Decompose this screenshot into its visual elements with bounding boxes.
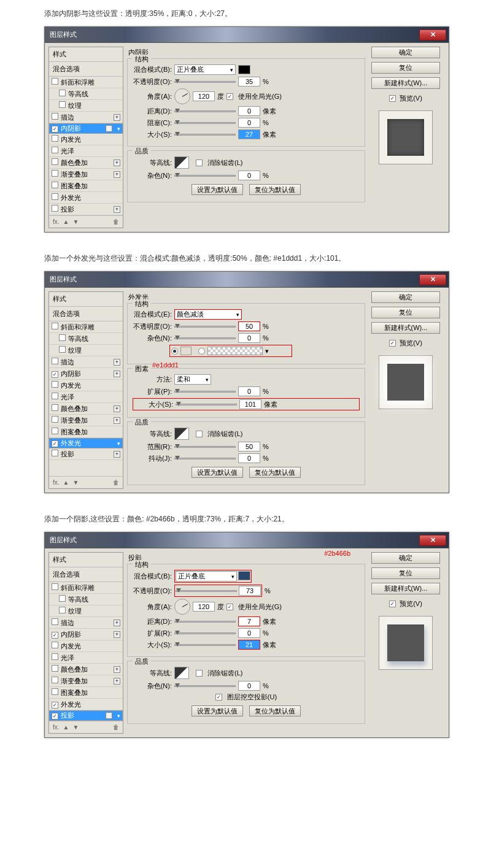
quality-group: 品质 等高线: 消除锯齿(L) 杂色(N):0% 图层挖空投影(U) 设置为默认… (127, 661, 365, 724)
new-style-button[interactable]: 新建样式(W)... (371, 322, 440, 334)
choke-input[interactable]: 0 (238, 118, 260, 128)
reset-default-button[interactable]: 复位为默认值 (249, 467, 301, 478)
size-input[interactable]: 27 (238, 129, 260, 139)
noise-input[interactable]: 0 (238, 681, 260, 691)
global-light-checkbox[interactable] (226, 93, 233, 100)
range-input[interactable]: 50 (238, 442, 260, 451)
plus-icon[interactable] (114, 159, 120, 166)
item-stroke[interactable]: 描边 (49, 112, 123, 123)
noise-input[interactable]: 0 (238, 171, 260, 180)
blend-mode-select[interactable]: 正片叠底 (174, 64, 236, 75)
noise-input[interactable]: 0 (238, 333, 260, 343)
trash-icon[interactable]: 🗑 (113, 218, 119, 225)
close-icon[interactable] (419, 29, 446, 40)
technique-select[interactable]: 柔和 (174, 374, 211, 385)
color-swatch[interactable] (238, 571, 250, 580)
new-style-button[interactable]: 新建样式(W)... (371, 583, 440, 594)
item-outer-glow[interactable]: 外发光 (49, 438, 123, 448)
reset-button[interactable]: 复位 (371, 307, 440, 318)
item-contour[interactable]: 等高线 (49, 88, 123, 100)
item-texture[interactable]: 纹理 (49, 100, 123, 112)
effects-list: 样式 混合选项 斜面和浮雕 等高线 纹理 描边 内阴影 内发光 光泽 颜色叠加 … (48, 552, 123, 734)
set-default-button[interactable]: 设置为默认值 (191, 184, 243, 195)
plus-icon[interactable] (114, 114, 120, 121)
ok-button[interactable]: 确定 (371, 552, 440, 564)
settings-panel: 内阴影 结构 混合模式(B):正片叠底 不透明度(O):.s1a::after{… (123, 43, 369, 232)
item-drop-shadow[interactable]: 投影 (49, 710, 123, 721)
blend-mode-select[interactable]: 正片叠底 (176, 571, 237, 582)
quality-group: 品质 等高线: 消除锯齿(L) 范围(R):50% 抖动(J):0% 设置为默认… (127, 421, 365, 485)
up-icon[interactable]: ▲ (63, 218, 69, 225)
gradient-radio[interactable] (198, 348, 205, 355)
set-default-button[interactable]: 设置为默认值 (191, 467, 243, 478)
size-input[interactable]: 21 (238, 640, 260, 650)
item-bevel[interactable]: 斜面和浮雕 (49, 77, 123, 88)
opacity-input[interactable]: 35 (238, 77, 260, 86)
reset-button[interactable]: 复位 (371, 62, 440, 74)
blend-mode-select[interactable]: 颜色减淡 (174, 309, 242, 320)
new-style-button[interactable]: 新建样式(W)... (371, 77, 440, 89)
spread-input[interactable]: 0 (238, 386, 260, 396)
close-icon[interactable] (419, 274, 446, 285)
color-note: #2b466b (324, 550, 350, 557)
distance-input[interactable]: 0 (238, 106, 260, 116)
angle-dial[interactable] (174, 88, 190, 104)
section-inner-shadow: 添加内阴影与这些设置：透明度:35%，距离:0，大小:27。 图层样式 样式 混… (0, 0, 491, 245)
contour-picker[interactable] (174, 428, 189, 440)
caption-2: 添加一个外发光与这些设置：混合模式:颜色减淡，透明度:50%，颜色: #e1dd… (44, 253, 447, 264)
color-note: #e1ddd1 (152, 361, 179, 369)
effects-list: 样式 混合选项 斜面和浮雕 等高线 纹理 描边 内阴影 内发光 光泽 颜色叠加 … (48, 291, 123, 489)
dialog-3: 图层样式 样式 混合选项 斜面和浮雕 等高线 纹理 描边 内阴影 内发光 光泽 … (44, 532, 449, 738)
opacity-input[interactable]: 73 (239, 586, 261, 596)
angle-input[interactable]: 120 (193, 602, 215, 612)
caption-3: 添加一个阴影,这些设置：颜色: #2b466b，透明度:73%，距离:7，大小:… (44, 514, 447, 524)
item-drop-shadow[interactable]: 投影 (49, 204, 123, 215)
jitter-input[interactable]: 0 (238, 453, 260, 463)
quality-group: 品质 等高线: 消除锯齿(L) 杂色(N):0% 设置为默认值复位为默认值 (127, 150, 365, 202)
spread-input[interactable]: 0 (238, 628, 260, 638)
item-color-overlay[interactable]: 颜色叠加 (49, 157, 123, 169)
reset-default-button[interactable]: 复位为默认值 (249, 705, 301, 716)
preview-checkbox[interactable] (389, 95, 396, 102)
angle-input[interactable]: 120 (193, 91, 215, 101)
dialog-1: 图层样式 样式 混合选项 斜面和浮雕 等高线 纹理 描边 内阴影 内发光 光泽 … (44, 26, 449, 232)
antialias-checkbox[interactable] (196, 159, 203, 166)
structure-group: 结构 混合模式(B):正片叠底 不透明度(O):.s1a::after{left… (127, 58, 365, 147)
titlebar: 图层样式 (45, 27, 449, 43)
item-inner-shadow[interactable]: 内阴影 (49, 123, 123, 134)
set-default-button[interactable]: 设置为默认值 (191, 705, 243, 716)
structure-group: 结构 混合模式(B):正片叠底 不透明度(O):73% 角度(A):120度使用… (127, 564, 365, 657)
blend-options-header[interactable]: 混合选项 (49, 62, 123, 77)
ok-button[interactable]: 确定 (371, 47, 440, 58)
reset-default-button[interactable]: 复位为默认值 (249, 184, 301, 195)
item-outer-glow[interactable]: 外发光 (49, 192, 123, 204)
knockout-checkbox[interactable] (215, 694, 222, 701)
close-icon[interactable] (419, 535, 446, 546)
caption-1: 添加内阴影与这些设置：透明度:35%，距离:0，大小:27。 (44, 9, 447, 19)
color-radio[interactable] (171, 348, 178, 355)
plus-icon[interactable] (114, 171, 120, 178)
effects-list: 样式 混合选项 斜面和浮雕 等高线 纹理 描边 内阴影 内发光 光泽 颜色叠加 … (48, 47, 123, 228)
glow-color-chip[interactable] (180, 347, 191, 355)
plus-icon[interactable] (106, 125, 112, 132)
color-swatch[interactable] (238, 65, 250, 74)
gradient-picker[interactable] (207, 347, 263, 355)
size-input[interactable]: 101 (239, 399, 261, 409)
opacity-input[interactable]: 50 (238, 321, 260, 331)
item-inner-glow[interactable]: 内发光 (49, 134, 123, 145)
item-gradient-overlay[interactable]: 渐变叠加 (49, 169, 123, 180)
plus-icon[interactable] (114, 206, 120, 213)
fx-label[interactable]: fx. (53, 218, 60, 225)
item-pattern-overlay[interactable]: 图案叠加 (49, 180, 123, 192)
contour-picker[interactable] (174, 667, 189, 679)
preview-box (379, 110, 433, 164)
distance-input[interactable]: 7 (238, 616, 260, 626)
down-icon[interactable]: ▼ (72, 218, 79, 225)
right-buttons: 确定 复位 新建样式(W)... 预览(V) (369, 43, 449, 232)
ok-button[interactable]: 确定 (371, 291, 440, 303)
reset-button[interactable]: 复位 (371, 567, 440, 579)
item-satin[interactable]: 光泽 (49, 145, 123, 157)
styles-header[interactable]: 样式 (49, 47, 123, 62)
angle-dial[interactable] (174, 599, 190, 615)
contour-picker[interactable] (174, 156, 189, 169)
